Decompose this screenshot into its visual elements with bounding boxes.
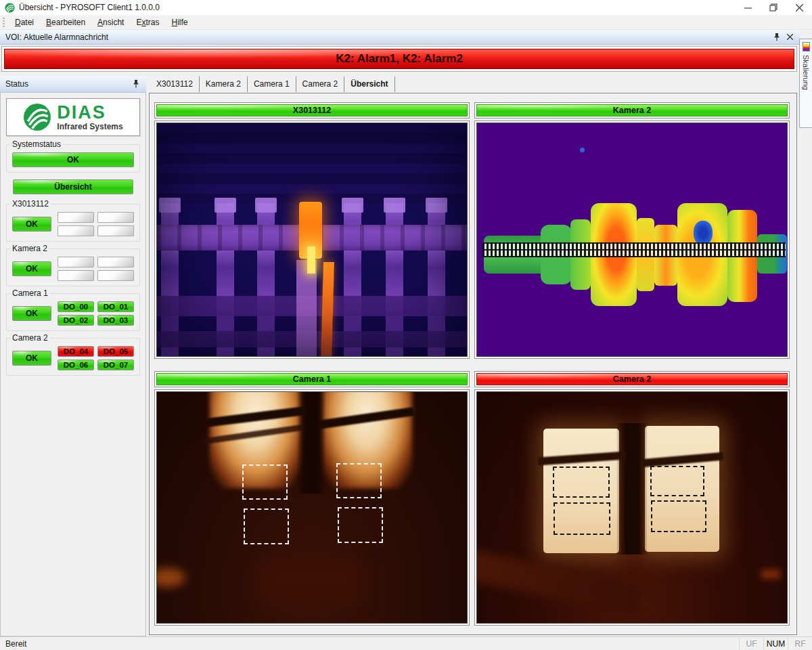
warm-spot bbox=[761, 569, 780, 579]
dias-subtitle: Infrared Systems bbox=[57, 123, 122, 131]
roi-rectangle[interactable] bbox=[651, 500, 706, 532]
roi-rectangle[interactable] bbox=[336, 463, 382, 498]
measurement-strip[interactable] bbox=[482, 242, 786, 257]
x3013112-ok-button[interactable]: OK bbox=[12, 217, 51, 232]
tab-camera1[interactable]: Camera 1 bbox=[248, 77, 296, 92]
menu-item-datei[interactable]: Datei bbox=[9, 16, 40, 29]
tab-uebersicht[interactable]: Übersicht bbox=[344, 77, 394, 92]
do-button-07[interactable]: DO_07 bbox=[97, 360, 134, 370]
menu-item-bearbeiten[interactable]: Bearbeiten bbox=[40, 16, 91, 29]
alarm-message-text: K2: Alarm1, K2: Alarm2 bbox=[336, 52, 463, 66]
kbd-indicator-rf: RF bbox=[788, 637, 812, 650]
status-panel-body: DIAS Infrared Systems Systemstatus OK Üb… bbox=[0, 93, 146, 636]
skalierung-tab[interactable]: Skalierung bbox=[799, 39, 812, 128]
group-systemstatus: Systemstatus OK bbox=[6, 144, 140, 173]
maximize-button[interactable] bbox=[761, 0, 786, 15]
minimize-icon bbox=[744, 4, 752, 12]
alarm-banner[interactable]: K2: Alarm1, K2: Alarm2 bbox=[4, 49, 794, 69]
indicator-blank bbox=[58, 257, 94, 267]
cam-image-frame bbox=[474, 121, 790, 359]
view-tabs: X3013112 Kamera 2 Camera 1 Camera 2 Über… bbox=[150, 76, 395, 93]
roi-rectangle[interactable] bbox=[554, 502, 610, 535]
close-icon bbox=[796, 4, 803, 12]
group-x3013112-label: X3013112 bbox=[10, 199, 51, 209]
cam-image-frame bbox=[474, 389, 790, 626]
tab-camera2[interactable]: Camera 2 bbox=[296, 77, 345, 92]
minimize-button[interactable] bbox=[735, 0, 761, 15]
pushpin-icon[interactable] bbox=[773, 33, 780, 41]
thermal-view-camera1[interactable] bbox=[156, 391, 468, 624]
voi-panel-title: VOI: Aktuelle Alarmnachricht bbox=[5, 32, 108, 42]
uebersicht-button[interactable]: Übersicht bbox=[13, 179, 133, 194]
status-bar: Bereit UF NUM RF bbox=[0, 636, 812, 650]
do-button-02[interactable]: DO_02 bbox=[58, 315, 94, 326]
tab-kamera2[interactable]: Kamera 2 bbox=[200, 77, 248, 92]
do-button-00[interactable]: DO_00 bbox=[58, 301, 94, 312]
thermal-view-camera2[interactable] bbox=[476, 391, 788, 624]
roi-rectangle[interactable] bbox=[338, 507, 383, 543]
do-button-06[interactable]: DO_06 bbox=[58, 360, 94, 370]
roi-rectangle[interactable] bbox=[242, 464, 288, 500]
roi-rectangle[interactable] bbox=[553, 467, 610, 498]
status-panel: Status DIAS Infrared Systems Systemstatu… bbox=[0, 76, 146, 636]
kbd-indicator-num: NUM bbox=[763, 637, 788, 650]
alarm-zone: K2: Alarm1, K2: Alarm2 bbox=[0, 45, 800, 74]
roi-rectangle[interactable] bbox=[650, 466, 704, 496]
do-button-03[interactable]: DO_03 bbox=[97, 315, 134, 326]
dias-logo-icon bbox=[5, 3, 15, 13]
do-button-01[interactable]: DO_01 bbox=[97, 301, 134, 312]
warm-spot bbox=[258, 560, 360, 603]
cam-header-frame: Kamera 2 bbox=[474, 102, 790, 118]
indicator-blank bbox=[58, 212, 94, 223]
tab-x3013112[interactable]: X3013112 bbox=[150, 77, 200, 92]
indicator-blank bbox=[97, 257, 134, 267]
pushpin-icon[interactable] bbox=[133, 80, 139, 88]
voi-panel-header: VOI: Aktuelle Alarmnachricht bbox=[0, 30, 800, 45]
group-kamera2-label: Kamera 2 bbox=[10, 244, 49, 253]
palette-icon bbox=[803, 42, 810, 51]
menu-item-ansicht[interactable]: Ansicht bbox=[91, 16, 130, 29]
vignette bbox=[157, 123, 467, 356]
indicator-blank bbox=[58, 225, 94, 236]
status-panel-header: Status bbox=[0, 76, 146, 93]
thermal-view-kamera2[interactable] bbox=[476, 123, 788, 357]
indicator-blank bbox=[97, 225, 134, 236]
indicator-blank bbox=[58, 270, 94, 281]
thermal-view-x3013112[interactable] bbox=[156, 123, 468, 357]
status-panel-title: Status bbox=[5, 79, 28, 89]
menu-item-hilfe[interactable]: Hilfe bbox=[166, 16, 194, 29]
camera2-ok-button[interactable]: OK bbox=[12, 351, 51, 366]
warm-spot bbox=[156, 568, 185, 587]
restore-icon bbox=[769, 3, 777, 12]
close-icon[interactable] bbox=[787, 34, 793, 40]
cam-header-frame: Camera 2 bbox=[474, 371, 790, 387]
cold-spot bbox=[694, 221, 713, 245]
group-camera1-label: Camera 1 bbox=[10, 288, 50, 298]
systemstatus-label: Systemstatus bbox=[10, 139, 63, 149]
cam-image-frame bbox=[154, 121, 470, 359]
cam-header-camera1: Camera 1 bbox=[156, 373, 468, 385]
indicator-blank bbox=[97, 212, 134, 223]
kbd-indicator-uf: UF bbox=[739, 637, 763, 650]
menu-item-extras[interactable]: Extras bbox=[130, 16, 165, 29]
cam-image-frame bbox=[154, 389, 470, 626]
kamera2-ok-button[interactable]: OK bbox=[12, 261, 51, 276]
do-button-05[interactable]: DO_05 bbox=[97, 346, 134, 357]
toolbar-grip[interactable] bbox=[3, 18, 5, 27]
close-button[interactable] bbox=[786, 0, 812, 15]
group-camera2: Camera 2 OK DO_04 DO_05 DO_06 DO_07 bbox=[6, 338, 140, 376]
menu-bar: Datei Bearbeiten Ansicht Extras Hilfe bbox=[0, 15, 812, 30]
status-ready-text: Bereit bbox=[5, 639, 26, 649]
group-camera1: Camera 1 OK DO_00 DO_01 DO_02 DO_03 bbox=[6, 293, 140, 331]
cam-header-kamera2: Kamera 2 bbox=[476, 104, 788, 116]
overview-page: X3013112 Kamera 2 bbox=[149, 93, 797, 635]
camera1-ok-button[interactable]: OK bbox=[12, 306, 51, 321]
group-x3013112: X3013112 OK bbox=[6, 204, 140, 242]
dias-logo-icon bbox=[23, 103, 51, 131]
do-button-04[interactable]: DO_04 bbox=[58, 346, 94, 357]
skalierung-label: Skalierung bbox=[802, 55, 810, 90]
roi-rectangle[interactable] bbox=[244, 508, 289, 544]
systemstatus-ok-button[interactable]: OK bbox=[12, 152, 134, 167]
group-camera2-label: Camera 2 bbox=[10, 333, 50, 343]
cam-header-frame: X3013112 bbox=[154, 102, 470, 118]
